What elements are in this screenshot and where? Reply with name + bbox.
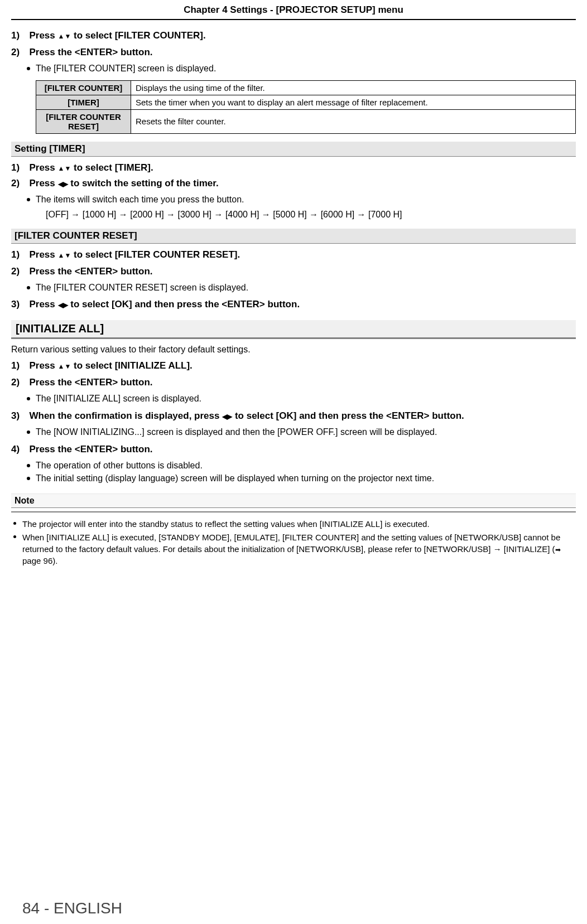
sub-list: The [FILTER COUNTER RESET] screen is dis… bbox=[36, 282, 576, 294]
step-number: 2) bbox=[11, 178, 27, 189]
text-part: to select [TIMER]. bbox=[71, 162, 153, 173]
filter-counter-reset-section: 1) Press to select [FILTER COUNTER RESET… bbox=[11, 249, 576, 311]
table-label: [TIMER] bbox=[36, 95, 131, 109]
step-2: 2) Press to switch the setting of the ti… bbox=[11, 178, 576, 189]
table-row: [TIMER] Sets the timer when you want to … bbox=[36, 95, 576, 109]
list-item: The projector will enter into the standb… bbox=[22, 518, 576, 530]
step-number: 3) bbox=[11, 299, 27, 310]
initialize-all-intro: Return various setting values to their f… bbox=[11, 345, 576, 355]
text-part: Press bbox=[29, 30, 57, 41]
sub-list: The [NOW INITIALIZING...] screen is disp… bbox=[36, 426, 576, 438]
step-text: Press to select [OK] and then press the … bbox=[29, 299, 300, 309]
text-part: to switch the setting of the timer. bbox=[68, 178, 219, 188]
text-part: to select [FILTER COUNTER RESET]. bbox=[71, 249, 240, 260]
arrow-right-icon bbox=[63, 178, 68, 188]
table-desc: Sets the timer when you want to display … bbox=[131, 95, 576, 109]
arrow-left-icon bbox=[58, 299, 63, 309]
text-part: Press bbox=[29, 178, 57, 188]
page-ref-icon bbox=[555, 544, 561, 554]
text-part: page 96). bbox=[22, 556, 57, 565]
table-label: [FILTER COUNTER] bbox=[36, 80, 131, 95]
step-3: 3) Press to select [OK] and then press t… bbox=[11, 299, 576, 310]
page: Chapter 4 Settings - [PROJECTOR SETUP] m… bbox=[11, 0, 576, 924]
filter-counter-reset-heading: [FILTER COUNTER RESET] bbox=[11, 229, 576, 244]
step-4: 4) Press the <ENTER> button. bbox=[11, 444, 576, 455]
list-item: The [NOW INITIALIZING...] screen is disp… bbox=[36, 426, 576, 438]
step-text: Press to switch the setting of the timer… bbox=[29, 178, 218, 188]
list-item: When [INITIALIZE ALL] is executed, [STAN… bbox=[22, 531, 576, 567]
step-text: When the confirmation is displayed, pres… bbox=[29, 410, 464, 421]
sub-list: The operation of other buttons is disabl… bbox=[36, 459, 576, 485]
step-number: 1) bbox=[11, 162, 27, 173]
step-2: 2) Press the <ENTER> button. bbox=[11, 47, 576, 58]
note-divider bbox=[11, 511, 576, 512]
arrow-up-icon bbox=[58, 249, 65, 260]
arrow-down-icon bbox=[64, 249, 71, 260]
setting-timer-heading: Setting [TIMER] bbox=[11, 142, 576, 157]
initialize-all-heading: [INITIALIZE ALL] bbox=[11, 320, 576, 339]
arrow-up-icon bbox=[58, 360, 65, 371]
step-1: 1) Press to select [FILTER COUNTER RESET… bbox=[11, 249, 576, 260]
step-number: 2) bbox=[11, 266, 27, 277]
list-item: The operation of other buttons is disabl… bbox=[36, 459, 576, 472]
list-item: The [INITIALIZE ALL] screen is displayed… bbox=[36, 393, 576, 405]
arrow-up-icon bbox=[58, 162, 65, 173]
text-part: When [INITIALIZE ALL] is executed, [STAN… bbox=[22, 533, 560, 554]
arrow-right-icon bbox=[63, 299, 68, 309]
table-desc: Displays the using time of the filter. bbox=[131, 80, 576, 95]
step-text: Press to select [INITIALIZE ALL]. bbox=[29, 360, 192, 371]
arrow-down-icon bbox=[64, 360, 71, 371]
chapter-header: Chapter 4 Settings - [PROJECTOR SETUP] m… bbox=[11, 0, 576, 20]
list-item: The [FILTER COUNTER] screen is displayed… bbox=[36, 62, 576, 75]
step-text: Press the <ENTER> button. bbox=[29, 377, 152, 388]
step-number: 2) bbox=[11, 377, 27, 388]
step-number: 2) bbox=[11, 47, 27, 58]
step-3: 3) When the confirmation is displayed, p… bbox=[11, 410, 576, 422]
note-list: The projector will enter into the standb… bbox=[22, 518, 576, 567]
step-number: 4) bbox=[11, 444, 27, 455]
arrow-down-icon bbox=[64, 30, 71, 41]
arrow-left-icon bbox=[222, 410, 227, 421]
filter-counter-section: 1) Press to select [FILTER COUNTER]. 2) … bbox=[11, 30, 576, 134]
step-number: 1) bbox=[11, 360, 27, 371]
sub-list: The [FILTER COUNTER] screen is displayed… bbox=[36, 62, 576, 75]
note-heading: Note bbox=[11, 494, 576, 508]
step-1: 1) Press to select [INITIALIZE ALL]. bbox=[11, 360, 576, 371]
table-row: [FILTER COUNTER] Displays the using time… bbox=[36, 80, 576, 95]
step-text: Press the <ENTER> button. bbox=[29, 266, 152, 277]
filter-counter-table: [FILTER COUNTER] Displays the using time… bbox=[36, 80, 576, 134]
step-text: Press to select [TIMER]. bbox=[29, 162, 153, 173]
setting-timer-section: 1) Press to select [TIMER]. 2) Press to … bbox=[11, 162, 576, 221]
table-row: [FILTER COUNTER RESET] Resets the filter… bbox=[36, 109, 576, 133]
arrow-left-icon bbox=[58, 178, 63, 188]
step-1: 1) Press to select [FILTER COUNTER]. bbox=[11, 30, 576, 41]
list-item: The [FILTER COUNTER RESET] screen is dis… bbox=[36, 282, 576, 294]
step-text: Press to select [FILTER COUNTER]. bbox=[29, 30, 205, 41]
step-number: 1) bbox=[11, 249, 27, 260]
table-label: [FILTER COUNTER RESET] bbox=[36, 109, 131, 133]
text-part: Press bbox=[29, 249, 57, 260]
text-part: to select [FILTER COUNTER]. bbox=[71, 30, 205, 41]
sub-list: The items will switch each time you pres… bbox=[36, 193, 576, 206]
text-part: Press bbox=[29, 360, 57, 371]
initialize-all-section: 1) Press to select [INITIALIZE ALL]. 2) … bbox=[11, 360, 576, 484]
arrow-up-icon bbox=[58, 30, 65, 41]
text-part: to select [OK] and then press the <ENTER… bbox=[232, 410, 464, 421]
step-1: 1) Press to select [TIMER]. bbox=[11, 162, 576, 173]
list-item: The initial setting (display language) s… bbox=[36, 472, 576, 485]
step-text: Press to select [FILTER COUNTER RESET]. bbox=[29, 249, 240, 260]
sub-list: The [INITIALIZE ALL] screen is displayed… bbox=[36, 393, 576, 405]
step-number: 1) bbox=[11, 30, 27, 41]
arrow-right-icon bbox=[227, 410, 232, 421]
step-2: 2) Press the <ENTER> button. bbox=[11, 266, 576, 277]
list-item: The items will switch each time you pres… bbox=[36, 193, 576, 206]
table-desc: Resets the filter counter. bbox=[131, 109, 576, 133]
text-part: Press bbox=[29, 162, 57, 173]
text-part: to select [INITIALIZE ALL]. bbox=[71, 360, 193, 371]
text-part: to select [OK] and then press the <ENTER… bbox=[68, 299, 300, 309]
text-part: Press bbox=[29, 299, 57, 309]
step-text: Press the <ENTER> button. bbox=[29, 444, 152, 454]
page-number: 84 - ENGLISH bbox=[22, 899, 122, 917]
arrow-down-icon bbox=[64, 162, 71, 173]
text-part: When the confirmation is displayed, pres… bbox=[29, 410, 222, 421]
